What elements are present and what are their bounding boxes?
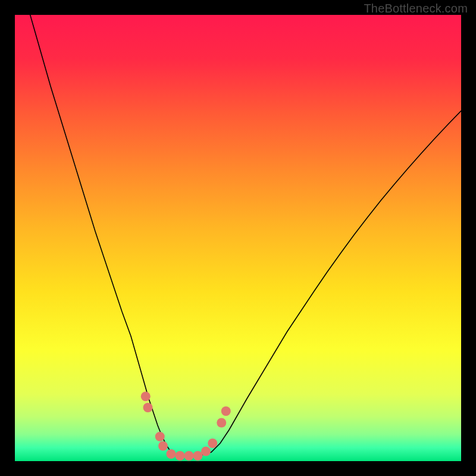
marker-cluster-point-4 [167, 449, 176, 459]
marker-cluster-point-11 [221, 406, 231, 416]
plot-area [15, 15, 461, 461]
marker-cluster-point-10 [217, 418, 226, 428]
marker-cluster-point-8 [201, 447, 211, 456]
gradient-background [15, 15, 461, 461]
chart-svg [15, 15, 461, 461]
marker-cluster-point-1 [143, 403, 153, 412]
marker-cluster-point-3 [158, 441, 168, 451]
watermark-label: TheBottleneck.com [364, 2, 468, 15]
chart-frame: TheBottleneck.com [0, 0, 476, 476]
marker-cluster-point-9 [208, 439, 217, 448]
marker-cluster-point-0 [141, 392, 151, 401]
marker-cluster-point-6 [184, 451, 194, 461]
marker-cluster-point-2 [155, 432, 165, 441]
marker-cluster-point-5 [176, 451, 185, 461]
marker-cluster-point-7 [193, 451, 203, 461]
